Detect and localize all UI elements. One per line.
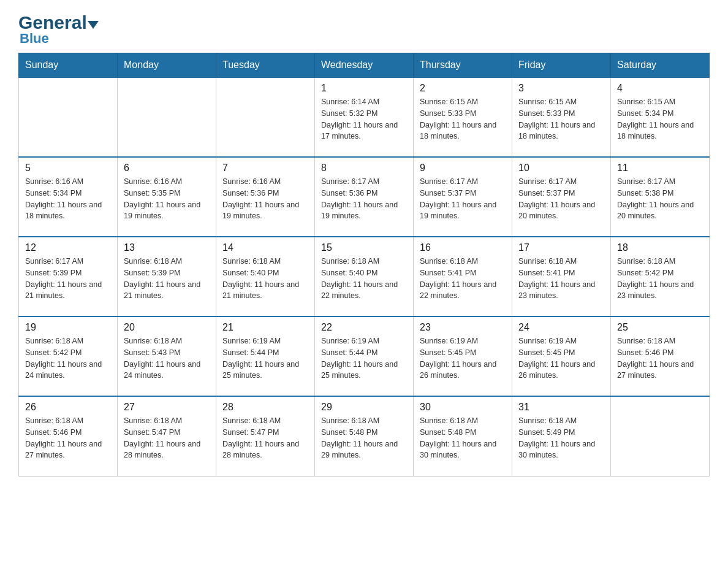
calendar-week-row: 12Sunrise: 6:17 AM Sunset: 5:39 PM Dayli… (19, 237, 710, 316)
day-info: Sunrise: 6:18 AM Sunset: 5:40 PM Dayligh… (222, 256, 308, 302)
day-info: Sunrise: 6:17 AM Sunset: 5:36 PM Dayligh… (321, 176, 407, 222)
day-number: 5 (25, 163, 111, 174)
day-info: Sunrise: 6:18 AM Sunset: 5:41 PM Dayligh… (518, 256, 604, 302)
day-info: Sunrise: 6:16 AM Sunset: 5:36 PM Dayligh… (222, 176, 308, 222)
day-info: Sunrise: 6:15 AM Sunset: 5:33 PM Dayligh… (420, 96, 506, 142)
day-number: 3 (518, 83, 604, 94)
calendar-cell: 10Sunrise: 6:17 AM Sunset: 5:37 PM Dayli… (512, 157, 611, 237)
calendar-cell: 24Sunrise: 6:19 AM Sunset: 5:45 PM Dayli… (512, 316, 611, 396)
logo-blue-text: Blue (18, 31, 49, 47)
calendar-header-saturday: Saturday (611, 53, 710, 78)
calendar-cell: 26Sunrise: 6:18 AM Sunset: 5:46 PM Dayli… (19, 396, 118, 476)
calendar-cell: 2Sunrise: 6:15 AM Sunset: 5:33 PM Daylig… (414, 77, 512, 157)
logo-arrow-icon (88, 20, 99, 31)
day-number: 11 (617, 163, 703, 174)
calendar-cell: 30Sunrise: 6:18 AM Sunset: 5:48 PM Dayli… (414, 396, 512, 476)
calendar-cell: 25Sunrise: 6:18 AM Sunset: 5:46 PM Dayli… (611, 316, 710, 396)
day-number: 7 (222, 163, 308, 174)
day-info: Sunrise: 6:19 AM Sunset: 5:45 PM Dayligh… (420, 335, 506, 381)
day-info: Sunrise: 6:18 AM Sunset: 5:49 PM Dayligh… (518, 415, 604, 461)
day-number: 19 (25, 322, 111, 333)
calendar-cell: 1Sunrise: 6:14 AM Sunset: 5:32 PM Daylig… (315, 77, 414, 157)
day-info: Sunrise: 6:17 AM Sunset: 5:37 PM Dayligh… (420, 176, 506, 222)
calendar-cell: 23Sunrise: 6:19 AM Sunset: 5:45 PM Dayli… (414, 316, 512, 396)
day-number: 12 (25, 242, 111, 253)
calendar-week-row: 1Sunrise: 6:14 AM Sunset: 5:32 PM Daylig… (19, 77, 710, 157)
calendar-cell: 4Sunrise: 6:15 AM Sunset: 5:34 PM Daylig… (611, 77, 710, 157)
day-info: Sunrise: 6:18 AM Sunset: 5:47 PM Dayligh… (124, 415, 210, 461)
day-number: 24 (518, 322, 604, 333)
calendar-header-friday: Friday (512, 53, 611, 78)
calendar-cell (19, 77, 118, 157)
calendar-cell: 27Sunrise: 6:18 AM Sunset: 5:47 PM Dayli… (118, 396, 216, 476)
calendar-cell: 17Sunrise: 6:18 AM Sunset: 5:41 PM Dayli… (512, 237, 611, 316)
day-number: 10 (518, 163, 604, 174)
logo: General Blue (18, 12, 99, 47)
logo-general-text: General (18, 12, 87, 33)
day-number: 16 (420, 242, 506, 253)
calendar-cell: 14Sunrise: 6:18 AM Sunset: 5:40 PM Dayli… (216, 237, 315, 316)
calendar-cell (118, 77, 216, 157)
day-number: 26 (25, 402, 111, 413)
day-info: Sunrise: 6:18 AM Sunset: 5:46 PM Dayligh… (25, 415, 111, 461)
day-number: 2 (420, 83, 506, 94)
day-number: 9 (420, 163, 506, 174)
calendar-cell: 11Sunrise: 6:17 AM Sunset: 5:38 PM Dayli… (611, 157, 710, 237)
calendar-cell: 5Sunrise: 6:16 AM Sunset: 5:34 PM Daylig… (19, 157, 118, 237)
day-info: Sunrise: 6:17 AM Sunset: 5:38 PM Dayligh… (617, 176, 703, 222)
day-number: 1 (321, 83, 407, 94)
day-info: Sunrise: 6:18 AM Sunset: 5:46 PM Dayligh… (617, 335, 703, 381)
day-number: 30 (420, 402, 506, 413)
day-info: Sunrise: 6:18 AM Sunset: 5:47 PM Dayligh… (222, 415, 308, 461)
calendar-header-monday: Monday (118, 53, 216, 78)
day-info: Sunrise: 6:19 AM Sunset: 5:44 PM Dayligh… (222, 335, 308, 381)
day-info: Sunrise: 6:16 AM Sunset: 5:35 PM Dayligh… (124, 176, 210, 222)
day-info: Sunrise: 6:15 AM Sunset: 5:34 PM Dayligh… (617, 96, 703, 142)
page-header: General Blue (18, 12, 710, 47)
calendar-cell: 19Sunrise: 6:18 AM Sunset: 5:42 PM Dayli… (19, 316, 118, 396)
day-number: 18 (617, 242, 703, 253)
calendar-cell: 6Sunrise: 6:16 AM Sunset: 5:35 PM Daylig… (118, 157, 216, 237)
day-info: Sunrise: 6:18 AM Sunset: 5:42 PM Dayligh… (25, 335, 111, 381)
day-info: Sunrise: 6:14 AM Sunset: 5:32 PM Dayligh… (321, 96, 407, 142)
calendar-week-row: 19Sunrise: 6:18 AM Sunset: 5:42 PM Dayli… (19, 316, 710, 396)
day-number: 25 (617, 322, 703, 333)
day-info: Sunrise: 6:17 AM Sunset: 5:37 PM Dayligh… (518, 176, 604, 222)
calendar-cell: 9Sunrise: 6:17 AM Sunset: 5:37 PM Daylig… (414, 157, 512, 237)
day-number: 28 (222, 402, 308, 413)
day-number: 21 (222, 322, 308, 333)
day-info: Sunrise: 6:18 AM Sunset: 5:39 PM Dayligh… (124, 256, 210, 302)
day-number: 31 (518, 402, 604, 413)
calendar-header-tuesday: Tuesday (216, 53, 315, 78)
calendar-cell (611, 396, 710, 476)
day-number: 22 (321, 322, 407, 333)
day-number: 4 (617, 83, 703, 94)
day-number: 14 (222, 242, 308, 253)
day-number: 6 (124, 163, 210, 174)
calendar-cell: 31Sunrise: 6:18 AM Sunset: 5:49 PM Dayli… (512, 396, 611, 476)
calendar-cell: 7Sunrise: 6:16 AM Sunset: 5:36 PM Daylig… (216, 157, 315, 237)
day-number: 13 (124, 242, 210, 253)
calendar-cell: 12Sunrise: 6:17 AM Sunset: 5:39 PM Dayli… (19, 237, 118, 316)
day-info: Sunrise: 6:19 AM Sunset: 5:44 PM Dayligh… (321, 335, 407, 381)
day-info: Sunrise: 6:18 AM Sunset: 5:42 PM Dayligh… (617, 256, 703, 302)
day-info: Sunrise: 6:16 AM Sunset: 5:34 PM Dayligh… (25, 176, 111, 222)
calendar-cell: 21Sunrise: 6:19 AM Sunset: 5:44 PM Dayli… (216, 316, 315, 396)
calendar-week-row: 5Sunrise: 6:16 AM Sunset: 5:34 PM Daylig… (19, 157, 710, 237)
day-info: Sunrise: 6:15 AM Sunset: 5:33 PM Dayligh… (518, 96, 604, 142)
calendar-header-row: SundayMondayTuesdayWednesdayThursdayFrid… (19, 53, 710, 78)
day-info: Sunrise: 6:18 AM Sunset: 5:43 PM Dayligh… (124, 335, 210, 381)
calendar-cell: 18Sunrise: 6:18 AM Sunset: 5:42 PM Dayli… (611, 237, 710, 316)
calendar-header-sunday: Sunday (19, 53, 118, 78)
day-info: Sunrise: 6:18 AM Sunset: 5:41 PM Dayligh… (420, 256, 506, 302)
calendar-cell: 28Sunrise: 6:18 AM Sunset: 5:47 PM Dayli… (216, 396, 315, 476)
day-info: Sunrise: 6:18 AM Sunset: 5:48 PM Dayligh… (420, 415, 506, 461)
day-number: 23 (420, 322, 506, 333)
day-number: 8 (321, 163, 407, 174)
day-info: Sunrise: 6:19 AM Sunset: 5:45 PM Dayligh… (518, 335, 604, 381)
calendar-cell: 20Sunrise: 6:18 AM Sunset: 5:43 PM Dayli… (118, 316, 216, 396)
day-info: Sunrise: 6:18 AM Sunset: 5:40 PM Dayligh… (321, 256, 407, 302)
calendar-cell: 3Sunrise: 6:15 AM Sunset: 5:33 PM Daylig… (512, 77, 611, 157)
day-number: 29 (321, 402, 407, 413)
calendar-header-wednesday: Wednesday (315, 53, 414, 78)
